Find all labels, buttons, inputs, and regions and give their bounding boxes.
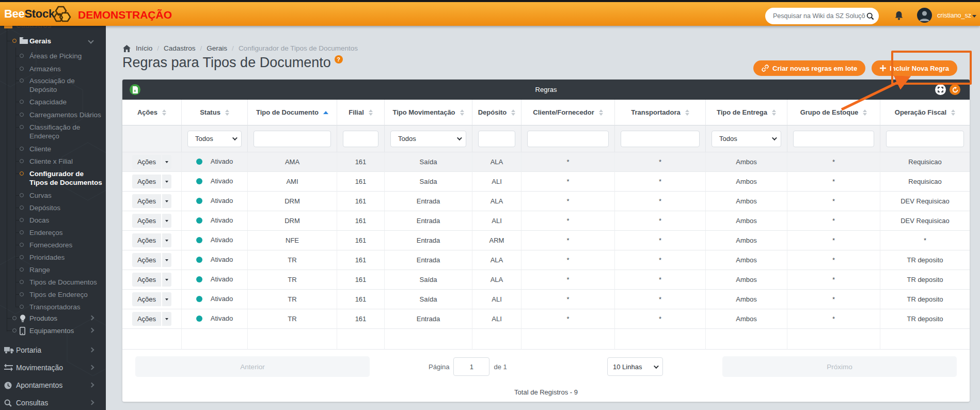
- row-actions-caret[interactable]: [162, 292, 171, 306]
- data-cell: *: [787, 152, 880, 172]
- help-icon[interactable]: ?: [335, 55, 343, 64]
- row-actions-button[interactable]: Ações: [132, 253, 171, 267]
- filter-select[interactable]: Todos: [187, 131, 242, 147]
- sort-icon[interactable]: [460, 109, 464, 116]
- row-actions-button[interactable]: Ações: [132, 214, 171, 228]
- row-actions-button[interactable]: Ações: [132, 155, 171, 169]
- app-logo[interactable]: BeeStock: [4, 7, 55, 21]
- row-actions-button[interactable]: Ações: [132, 233, 171, 247]
- row-actions-button[interactable]: Ações: [132, 175, 171, 188]
- column-header-grupo-de-estoque[interactable]: Grupo de Estoque: [787, 100, 880, 125]
- sort-icon[interactable]: [685, 109, 689, 116]
- row-actions-caret[interactable]: [162, 312, 171, 326]
- sort-icon[interactable]: [863, 109, 867, 116]
- search-icon[interactable]: [866, 12, 874, 20]
- column-header-a-es[interactable]: Ações: [122, 100, 181, 125]
- filter-input[interactable]: [478, 131, 515, 147]
- column-label: Depósito: [478, 108, 507, 116]
- filter-input[interactable]: [527, 131, 609, 147]
- incluir-nova-regra-button[interactable]: Incluir Nova Regra: [872, 60, 957, 76]
- data-cell: Entrada: [384, 309, 472, 329]
- column-header-tipo-de-documento[interactable]: Tipo de Documento: [247, 100, 337, 125]
- filter-select[interactable]: Todos: [712, 131, 781, 147]
- column-header-opera-o-fiscal[interactable]: Operação Fiscal: [880, 100, 970, 125]
- row-actions-caret[interactable]: [162, 233, 171, 247]
- sort-icon[interactable]: [599, 109, 603, 116]
- data-cell: ALI: [472, 211, 521, 231]
- user-menu-caret-icon[interactable]: [972, 15, 976, 18]
- criar-regras-lote-button[interactable]: Criar novas regras em lote: [753, 60, 865, 76]
- sort-icon[interactable]: [225, 109, 229, 116]
- bulb-icon: [20, 314, 26, 323]
- sort-icon[interactable]: [369, 109, 373, 116]
- column-header-transportadora[interactable]: Transportadora: [614, 100, 705, 125]
- row-actions-caret[interactable]: [162, 175, 171, 188]
- sidebar-item-label: Portaria: [16, 346, 88, 355]
- wiki-search-input[interactable]: [765, 12, 866, 20]
- filter-input[interactable]: [254, 131, 331, 147]
- column-header-status[interactable]: Status: [181, 100, 247, 125]
- column-header-filial[interactable]: Filial: [337, 100, 384, 125]
- row-actions-button[interactable]: Ações: [132, 292, 171, 306]
- row-actions-button[interactable]: Ações: [132, 194, 171, 208]
- filter-input[interactable]: [886, 131, 964, 147]
- page-size-select[interactable]: 10 Linhas: [607, 357, 663, 376]
- notifications-bell-icon[interactable]: [894, 11, 904, 23]
- user-avatar[interactable]: [917, 8, 932, 23]
- row-actions-label: Ações: [132, 253, 161, 267]
- tree-connector: [15, 270, 20, 270]
- previous-page-button[interactable]: Anterior: [135, 356, 370, 377]
- row-actions-caret[interactable]: [162, 253, 171, 267]
- data-cell: *: [614, 231, 705, 250]
- sort-icon[interactable]: [772, 109, 776, 116]
- sidebar-item-label: Configurador de Tipos de Documentos: [29, 169, 103, 187]
- empty-cell: [880, 329, 970, 350]
- column-header-tipo-movimenta-o[interactable]: Tipo Movimentação: [384, 100, 472, 125]
- row-actions-button[interactable]: Ações: [132, 312, 171, 326]
- bullet-icon: [20, 100, 24, 104]
- breadcrumb-item-1[interactable]: Início: [136, 44, 152, 52]
- fullscreen-icon[interactable]: [935, 84, 946, 95]
- bullet-icon: [20, 280, 24, 284]
- next-page-button[interactable]: Próximo: [722, 356, 957, 377]
- data-cell: ARM: [472, 231, 521, 250]
- filter-input[interactable]: [621, 131, 700, 147]
- table-card: x Regras AçõesStatusTipo de DocumentoFil…: [122, 80, 970, 402]
- sort-icon[interactable]: [162, 109, 166, 116]
- sidebar-item-label: Cliente x Filial: [29, 157, 103, 166]
- actions-cell: Ações: [122, 250, 181, 270]
- column-header-tipo-de-entrega[interactable]: Tipo de Entrega: [705, 100, 787, 125]
- tree-connector: [15, 115, 20, 115]
- row-actions-caret[interactable]: [162, 155, 171, 169]
- tree-connector: [15, 220, 20, 220]
- filter-input[interactable]: [793, 131, 874, 147]
- tree-connector: [15, 69, 20, 69]
- row-actions-button[interactable]: Ações: [132, 273, 171, 287]
- page-number-input[interactable]: [453, 357, 489, 376]
- home-icon[interactable]: [123, 45, 131, 52]
- sort-icon[interactable]: [511, 109, 515, 116]
- filter-select[interactable]: Todos: [390, 131, 466, 147]
- filter-cell-tipo-de-entrega: Todos: [705, 125, 787, 152]
- row-actions-caret[interactable]: [162, 214, 171, 228]
- table-row-8: AçõesAtivadoTR161SaídaALI**Ambos*TR depo…: [122, 290, 970, 309]
- refresh-icon[interactable]: [950, 84, 960, 95]
- column-header-dep-sito[interactable]: Depósito: [472, 100, 521, 125]
- breadcrumb-item-2[interactable]: Cadastros: [164, 44, 196, 52]
- filter-cell-grupo-de-estoque: [787, 125, 880, 152]
- username[interactable]: cristiano_sz: [937, 12, 971, 19]
- breadcrumb-item-3[interactable]: Gerais: [207, 44, 227, 52]
- action-button-label: Criar novas regras em lote: [772, 65, 857, 72]
- empty-cell: [181, 329, 247, 350]
- sort-asc-icon[interactable]: [323, 111, 328, 114]
- breadcrumb-item-4: Configurador de Tipos de Documentos: [239, 44, 358, 52]
- row-actions-caret[interactable]: [162, 194, 171, 208]
- data-cell: *: [614, 290, 705, 309]
- data-cell: 161: [337, 309, 384, 329]
- row-actions-caret[interactable]: [162, 273, 171, 287]
- filter-select-value: Todos: [398, 135, 457, 143]
- column-header-cliente-fornecedor[interactable]: Cliente/Fornecedor: [521, 100, 614, 125]
- sort-icon[interactable]: [951, 109, 955, 116]
- status-label: Ativado: [211, 314, 233, 322]
- filter-input[interactable]: [343, 131, 378, 147]
